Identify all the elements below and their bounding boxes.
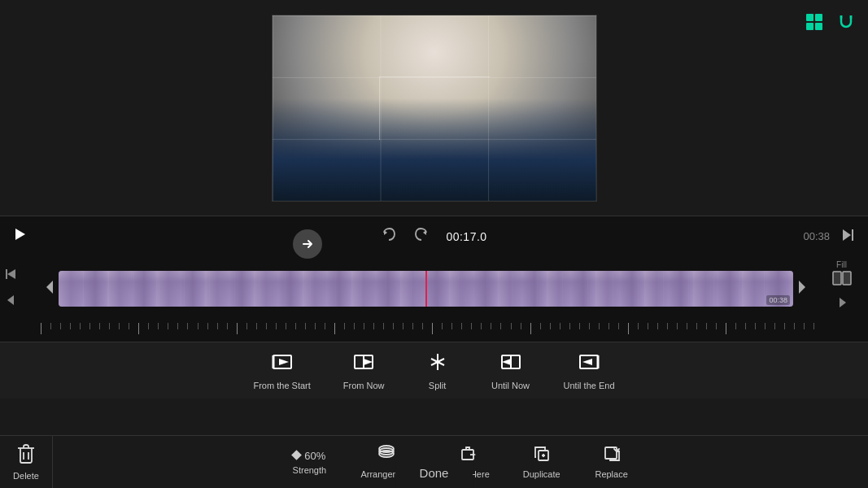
svg-marker-6 [15,229,25,240]
prev-frame-button[interactable] [4,293,19,311]
svg-marker-14 [46,281,53,294]
clip-time-badge: 00:38 [766,295,790,305]
until-end-label: Until the End [564,381,615,390]
track-scroll: 00:38 [41,264,811,313]
arrangement-icon [377,445,395,466]
skip-forward-button[interactable] [840,227,856,246]
svg-marker-9 [843,229,851,241]
track-clip[interactable]: 00:38 [59,271,793,307]
grid-icon[interactable] [805,12,824,35]
split-button[interactable]: Split [401,344,474,397]
svg-line-27 [438,359,444,362]
ruler-ticks [41,323,823,342]
end-time: 00:38 [803,230,830,242]
svg-rect-3 [815,23,822,30]
svg-marker-18 [840,298,846,307]
strength-button[interactable]: 60% Strength [277,445,342,480]
from-now-button[interactable]: From Now [327,344,401,397]
from-start-label: From the Start [253,381,310,390]
from-start-icon [271,351,294,377]
controls-bar: 00:17.0 00:38 [0,216,868,256]
svg-marker-35 [582,359,592,365]
strength-label: Strength [293,465,327,475]
until-now-button[interactable]: Until Now [474,344,547,397]
replace-icon [603,445,621,466]
magnet-icon[interactable] [836,12,856,35]
playhead [425,271,427,307]
replace-label: Replace [595,469,627,479]
svg-rect-2 [806,23,813,30]
track-right-arrow[interactable] [793,279,811,298]
svg-rect-1 [815,14,822,21]
track-container: 00:38 [41,264,811,313]
split-icon [426,351,449,377]
svg-rect-0 [806,14,813,21]
svg-marker-7 [384,230,387,235]
from-now-icon [352,351,375,377]
until-end-button[interactable]: Until the End [547,344,631,397]
video-preview [272,15,597,202]
svg-rect-17 [843,272,851,285]
until-now-label: Until Now [491,381,530,390]
video-preview-area [0,0,868,216]
duplicate-label: Duplicate [523,469,560,479]
top-right-icons [805,12,856,35]
until-end-icon [578,351,600,377]
svg-marker-21 [279,359,289,365]
svg-marker-8 [423,230,426,235]
svg-rect-10 [852,229,853,241]
right-controls: 00:38 [803,227,868,246]
redo-button[interactable] [413,226,430,246]
svg-marker-11 [7,269,15,279]
duplicate-icon [533,445,551,466]
svg-line-28 [431,362,438,365]
left-controls [0,227,27,246]
strength-icon: 60% [293,450,325,462]
timeline-area: 00:38 Fill [0,256,868,321]
swap-arrows-button[interactable] [293,229,322,259]
svg-marker-15 [799,281,805,294]
center-controls: 00:17.0 [381,226,486,246]
duplicate-button[interactable]: Duplicate [508,440,575,484]
delete-label: Delete [13,471,39,481]
play-button[interactable] [12,227,27,246]
skip-back-button[interactable] [4,267,19,285]
split-label: Split [429,381,446,390]
from-the-start-button[interactable]: From the Start [237,344,326,397]
next-frame-button[interactable] [835,295,849,313]
track-left-arrow[interactable] [41,279,59,298]
current-time: 00:17.0 [446,230,486,243]
svg-marker-32 [502,359,511,365]
svg-marker-24 [364,359,373,365]
trash-icon [17,444,35,468]
svg-rect-12 [6,269,7,279]
from-now-label: From Now [343,381,385,390]
fill-label: Fill [836,260,847,269]
delete-button[interactable]: Delete [0,436,53,488]
timeline-ruler [0,321,868,342]
svg-rect-16 [833,272,841,285]
replace-button[interactable]: Replace [579,440,644,484]
svg-line-26 [431,359,438,362]
strength-value: 60% [304,450,325,462]
svg-marker-13 [7,295,14,305]
fill-icon[interactable] [832,271,852,289]
until-now-icon [499,351,522,377]
svg-line-29 [438,362,444,365]
done-button[interactable]: Done [395,462,473,488]
undo-button[interactable] [381,226,397,246]
svg-marker-43 [473,453,476,456]
action-toolbar: From the Start From Now Split [0,342,868,399]
